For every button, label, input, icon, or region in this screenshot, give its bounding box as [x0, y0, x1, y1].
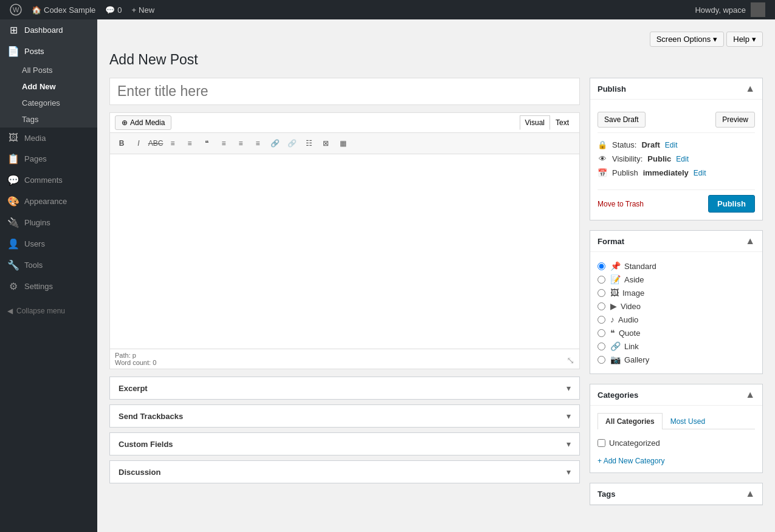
add-media-icon: ⊕ [122, 118, 128, 127]
toolbar-unlink[interactable]: 🔗 [284, 135, 300, 151]
toolbar-align-right[interactable]: ≡ [250, 135, 266, 151]
category-label-uncategorized[interactable]: Uncategorized [609, 438, 660, 448]
discussion-chevron-icon: ▾ [567, 467, 571, 477]
link-icon: 🔗 [610, 341, 621, 351]
sidebar-item-settings[interactable]: ⚙ Settings [0, 276, 97, 297]
toolbar-fullscreen[interactable]: ⊠ [318, 135, 334, 151]
excerpt-header[interactable]: Excerpt ▾ [110, 377, 579, 399]
add-media-button[interactable]: ⊕ Add Media [115, 115, 171, 130]
format-label-gallery: Gallery [624, 355, 649, 364]
publish-button[interactable]: Publish [708, 195, 755, 213]
excerpt-title: Excerpt [119, 384, 148, 393]
toolbar-align-center[interactable]: ≡ [233, 135, 249, 151]
editor-content-area[interactable] [110, 154, 579, 349]
publish-metabox-header[interactable]: Publish ▲ [590, 78, 762, 100]
publish-time-label: Publish [612, 168, 638, 177]
category-uncategorized: Uncategorized [598, 437, 755, 449]
format-label-standard: Standard [624, 262, 656, 271]
sidebar-item-comments[interactable]: 💬 Comments [0, 169, 97, 191]
sidebar-item-pages[interactable]: 📋 Pages [0, 148, 97, 169]
toolbar-insert-link[interactable]: 🔗 [267, 135, 283, 151]
submenu-tags[interactable]: Tags [0, 111, 97, 128]
preview-button[interactable]: Preview [715, 112, 755, 128]
visibility-edit-link[interactable]: Edit [676, 155, 689, 163]
editor-tabs-left: ⊕ Add Media [115, 115, 171, 130]
categories-tabs: All Categories Most Used [598, 413, 755, 429]
format-option-video: ▶ Video [598, 299, 755, 313]
comments-link[interactable]: 💬 0 [100, 0, 126, 19]
site-name-link[interactable]: 🏠 Codex Sample [27, 0, 100, 19]
submenu-add-new[interactable]: Add New [0, 78, 97, 95]
format-radio-gallery[interactable] [598, 356, 605, 364]
tab-most-used[interactable]: Most Used [663, 413, 713, 429]
sidebar-item-users[interactable]: 👤 Users [0, 233, 97, 254]
format-radio-audio[interactable] [598, 316, 605, 324]
format-metabox-header[interactable]: Format ▲ [590, 231, 762, 252]
pages-icon: 📋 [7, 153, 19, 165]
categories-metabox-header[interactable]: Categories ▲ [590, 384, 762, 406]
submenu-categories[interactable]: Categories [0, 95, 97, 111]
format-radio-aside[interactable] [598, 276, 605, 284]
save-draft-button[interactable]: Save Draft [598, 112, 646, 128]
tags-metabox-header[interactable]: Tags ▲ [590, 483, 762, 505]
format-radio-link[interactable] [598, 343, 605, 350]
tab-visual[interactable]: Visual [520, 115, 550, 130]
new-content-link[interactable]: + New [127, 0, 160, 19]
sidebar-item-media[interactable]: 🖼 Media [0, 128, 97, 148]
format-radio-image[interactable] [598, 289, 605, 297]
svg-text:W: W [13, 6, 19, 13]
status-edit-link[interactable]: Edit [665, 141, 678, 149]
toolbar-bold[interactable]: B [114, 135, 129, 151]
screen-options-button[interactable]: Screen Options ▾ [650, 32, 725, 47]
sidebar-item-dashboard[interactable]: ⊞ Dashboard [0, 19, 97, 41]
sidebar-item-plugins[interactable]: 🔌 Plugins [0, 212, 97, 233]
format-label-video: Video [621, 302, 641, 311]
howdy-link[interactable]: Howdy, wpace [690, 0, 770, 19]
tab-all-categories[interactable]: All Categories [598, 413, 663, 429]
collapse-menu[interactable]: ◀ Collapse menu [0, 302, 97, 320]
categories-metabox-body: All Categories Most Used Uncategorized +… [590, 406, 762, 472]
toolbar-italic[interactable]: I [131, 135, 146, 151]
status-icon: 🔒 [598, 140, 607, 149]
help-button[interactable]: Help ▾ [726, 32, 763, 47]
publish-time-value: immediately [643, 168, 689, 177]
wp-logo-link[interactable]: W [5, 0, 27, 19]
sidebar-item-posts[interactable]: 📄 Posts [0, 41, 97, 62]
move-to-trash-link[interactable]: Move to Trash [598, 200, 644, 208]
toolbar-blockquote[interactable]: ❝ [199, 135, 215, 151]
custom-fields-header[interactable]: Custom Fields ▾ [110, 433, 579, 455]
editor-resize-handle[interactable]: ⤡ [567, 355, 574, 366]
toolbar-ordered-list[interactable]: ≡ [182, 135, 198, 151]
editor-toolbar: B I ABC ≡ ≡ ❝ ≡ ≡ ≡ 🔗 🔗 ☷ ⊠ ▦ [110, 133, 579, 154]
format-option-standard: 📌 Standard [598, 259, 755, 273]
publish-draft-preview-row: Save Draft Preview [598, 107, 755, 128]
excerpt-panel: Excerpt ▾ [109, 377, 580, 400]
format-radio-standard[interactable] [598, 262, 605, 270]
toolbar-align-left[interactable]: ≡ [216, 135, 232, 151]
toolbar-unordered-list[interactable]: ≡ [165, 135, 181, 151]
category-checkbox-uncategorized[interactable] [598, 439, 605, 447]
top-bar: Screen Options ▾ Help ▾ [109, 32, 763, 47]
format-radio-video[interactable] [598, 302, 605, 310]
page-title: Add New Post [109, 52, 763, 68]
tab-text[interactable]: Text [550, 115, 574, 130]
post-sidebar-column: Publish ▲ Save Draft Preview 🔒 Status: D… [590, 78, 763, 515]
post-editor-column: ⊕ Add Media Visual Text B I ABC ≡ ≡ [109, 78, 580, 488]
sidebar-item-tools[interactable]: 🔧 Tools [0, 254, 97, 276]
post-title-input[interactable] [109, 78, 580, 105]
sidebar-item-appearance[interactable]: 🎨 Appearance [0, 191, 97, 212]
toolbar-insert-table[interactable]: ☷ [301, 135, 317, 151]
add-media-label: Add Media [130, 118, 165, 127]
status-label: Status: [612, 140, 636, 149]
categories-metabox: Categories ▲ All Categories Most Used Un… [590, 384, 763, 473]
submenu-all-posts[interactable]: All Posts [0, 62, 97, 78]
discussion-header[interactable]: Discussion ▾ [110, 461, 579, 483]
screen-options-chevron-icon: ▾ [713, 35, 717, 44]
format-radio-quote[interactable] [598, 329, 605, 337]
add-new-category-link[interactable]: + Add New Category [598, 457, 755, 465]
publish-time-edit-link[interactable]: Edit [694, 169, 706, 177]
toolbar-show-kitchen-sink[interactable]: ▦ [335, 135, 351, 151]
toolbar-strikethrough[interactable]: ABC [148, 135, 164, 151]
send-trackbacks-header[interactable]: Send Trackbacks ▾ [110, 405, 579, 427]
accordion-panels: Excerpt ▾ Send Trackbacks ▾ Custom Field… [109, 377, 580, 483]
